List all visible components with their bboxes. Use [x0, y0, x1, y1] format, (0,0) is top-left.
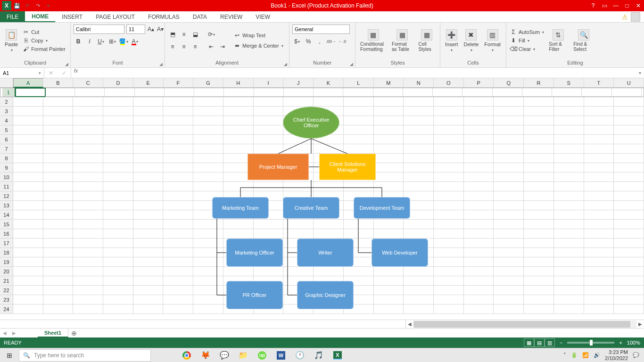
- cell[interactable]: [524, 267, 554, 276]
- tab-page-layout[interactable]: PAGE LAYOUT: [89, 11, 141, 22]
- cell[interactable]: [344, 135, 374, 144]
- chrome-icon[interactable]: [179, 349, 194, 362]
- cell[interactable]: [314, 144, 344, 154]
- cell[interactable]: [13, 97, 43, 107]
- battery-icon[interactable]: 🔋: [571, 352, 578, 358]
- cell[interactable]: [103, 220, 133, 229]
- cell[interactable]: [554, 286, 584, 295]
- cell[interactable]: [434, 191, 464, 201]
- cell[interactable]: [223, 182, 254, 191]
- cell[interactable]: [554, 125, 584, 135]
- cell[interactable]: [283, 229, 314, 239]
- node-marketing-officer[interactable]: Marketing Officer: [226, 239, 283, 267]
- cell[interactable]: [344, 229, 374, 239]
- cell[interactable]: [464, 173, 494, 182]
- cell[interactable]: [163, 257, 193, 267]
- name-box[interactable]: A1▾: [0, 68, 44, 78]
- cell[interactable]: [193, 144, 223, 154]
- cell[interactable]: [73, 286, 103, 295]
- node-pr-officer[interactable]: PR Officer: [226, 281, 283, 309]
- cell[interactable]: [223, 267, 254, 276]
- row-header[interactable]: 21: [0, 276, 13, 286]
- cell[interactable]: [584, 125, 614, 135]
- row-header[interactable]: 23: [0, 295, 13, 304]
- cell[interactable]: [193, 163, 223, 173]
- cell[interactable]: [584, 229, 614, 239]
- cell[interactable]: [554, 220, 584, 229]
- account-icon[interactable]: [631, 12, 640, 22]
- scroll-right-icon[interactable]: ▶: [636, 321, 644, 327]
- column-header[interactable]: H: [223, 78, 254, 87]
- find-select-button[interactable]: 🔍Find & Select: [571, 28, 596, 53]
- zoom-in-icon[interactable]: +: [619, 340, 622, 346]
- cell[interactable]: [13, 154, 43, 163]
- cell[interactable]: [73, 173, 103, 182]
- cell[interactable]: [73, 125, 103, 135]
- cell[interactable]: [13, 107, 43, 116]
- cell[interactable]: [524, 210, 554, 220]
- clock-icon[interactable]: 🕐: [292, 349, 307, 362]
- cell[interactable]: [133, 191, 164, 201]
- cell[interactable]: [73, 163, 103, 173]
- delete-cells-button[interactable]: ✖Delete▾: [462, 28, 481, 53]
- cell[interactable]: [464, 248, 494, 257]
- cell[interactable]: [133, 144, 164, 154]
- cut-button[interactable]: ✂Cut: [22, 28, 66, 36]
- cell[interactable]: [434, 97, 464, 107]
- cell[interactable]: [43, 163, 74, 173]
- row-header[interactable]: 24: [0, 304, 13, 314]
- font-size-select[interactable]: [126, 25, 145, 34]
- cell[interactable]: [552, 88, 582, 97]
- column-header[interactable]: K: [314, 78, 344, 87]
- cell[interactable]: [554, 163, 584, 173]
- cell[interactable]: [464, 267, 494, 276]
- cell[interactable]: [582, 88, 611, 97]
- cell[interactable]: [43, 173, 74, 182]
- cell[interactable]: [223, 116, 254, 125]
- cell[interactable]: [43, 248, 74, 257]
- cell[interactable]: [464, 304, 494, 314]
- save-icon[interactable]: 💾: [12, 1, 22, 10]
- cell[interactable]: [464, 286, 494, 295]
- zoom-slider[interactable]: [567, 342, 614, 344]
- cell[interactable]: [614, 107, 644, 116]
- row-header[interactable]: 4: [0, 116, 13, 125]
- cell[interactable]: [434, 239, 464, 248]
- cell[interactable]: [73, 276, 103, 286]
- cell[interactable]: [13, 191, 43, 201]
- cell[interactable]: [163, 229, 193, 239]
- increase-font-icon[interactable]: A▴: [147, 25, 155, 34]
- cell[interactable]: [524, 248, 554, 257]
- cell[interactable]: [404, 116, 434, 125]
- column-header[interactable]: L: [344, 78, 374, 87]
- cell[interactable]: [344, 182, 374, 191]
- cell[interactable]: [283, 182, 314, 191]
- dialog-launcher-icon[interactable]: ◢: [350, 62, 353, 66]
- cell[interactable]: [614, 173, 644, 182]
- fill-button[interactable]: ⬇Fill▾: [509, 37, 545, 44]
- cell[interactable]: [524, 257, 554, 267]
- cell[interactable]: [434, 173, 464, 182]
- ribbon-options-icon[interactable]: ▭: [599, 0, 610, 11]
- cell[interactable]: [254, 220, 284, 229]
- cell[interactable]: [464, 107, 494, 116]
- cell[interactable]: [73, 107, 103, 116]
- cell[interactable]: [434, 220, 464, 229]
- cell[interactable]: [584, 220, 614, 229]
- row-header[interactable]: 8: [0, 154, 13, 163]
- cell[interactable]: [283, 97, 314, 107]
- cell[interactable]: [434, 201, 464, 210]
- cell[interactable]: [374, 163, 404, 173]
- scroll-thumb[interactable]: [413, 321, 630, 328]
- cell[interactable]: [163, 116, 193, 125]
- cell[interactable]: [193, 182, 223, 191]
- cell[interactable]: [374, 116, 404, 125]
- cell[interactable]: [103, 116, 133, 125]
- cell[interactable]: [73, 295, 103, 304]
- cell[interactable]: [43, 125, 74, 135]
- row-header[interactable]: 3: [0, 107, 13, 116]
- cell[interactable]: [464, 182, 494, 191]
- cell[interactable]: [494, 229, 524, 239]
- cell[interactable]: [554, 173, 584, 182]
- cell[interactable]: [464, 116, 494, 125]
